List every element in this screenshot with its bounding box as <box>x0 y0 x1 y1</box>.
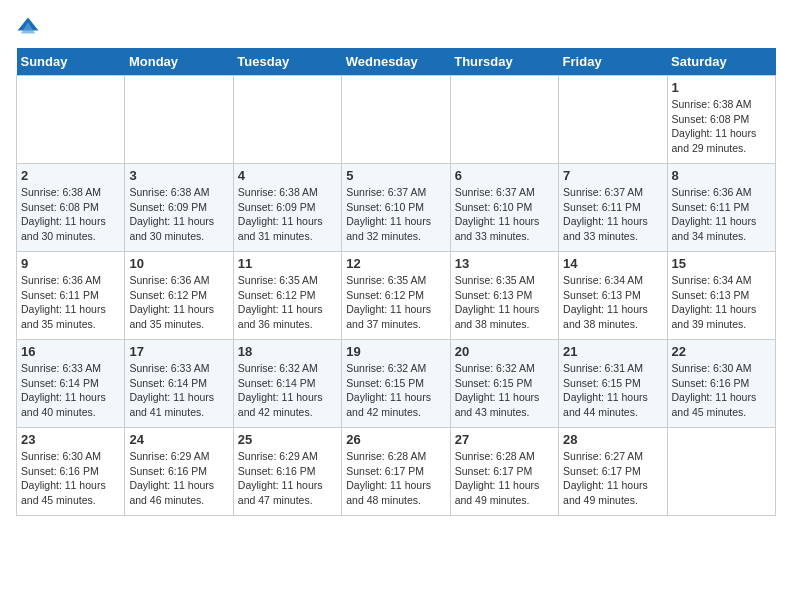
calendar-cell: 2Sunrise: 6:38 AM Sunset: 6:08 PM Daylig… <box>17 164 125 252</box>
calendar-cell: 21Sunrise: 6:31 AM Sunset: 6:15 PM Dayli… <box>559 340 667 428</box>
day-info: Sunrise: 6:30 AM Sunset: 6:16 PM Dayligh… <box>21 449 120 508</box>
header-cell-sunday: Sunday <box>17 48 125 76</box>
calendar-cell: 22Sunrise: 6:30 AM Sunset: 6:16 PM Dayli… <box>667 340 775 428</box>
header-cell-saturday: Saturday <box>667 48 775 76</box>
calendar-cell: 20Sunrise: 6:32 AM Sunset: 6:15 PM Dayli… <box>450 340 558 428</box>
day-number: 25 <box>238 432 337 447</box>
calendar-cell: 23Sunrise: 6:30 AM Sunset: 6:16 PM Dayli… <box>17 428 125 516</box>
day-info: Sunrise: 6:35 AM Sunset: 6:12 PM Dayligh… <box>346 273 445 332</box>
header-cell-wednesday: Wednesday <box>342 48 450 76</box>
header-cell-friday: Friday <box>559 48 667 76</box>
day-number: 12 <box>346 256 445 271</box>
calendar-cell: 1Sunrise: 6:38 AM Sunset: 6:08 PM Daylig… <box>667 76 775 164</box>
calendar-cell <box>667 428 775 516</box>
calendar-header: SundayMondayTuesdayWednesdayThursdayFrid… <box>17 48 776 76</box>
day-number: 15 <box>672 256 771 271</box>
calendar-cell: 7Sunrise: 6:37 AM Sunset: 6:11 PM Daylig… <box>559 164 667 252</box>
calendar-cell: 15Sunrise: 6:34 AM Sunset: 6:13 PM Dayli… <box>667 252 775 340</box>
calendar-cell <box>233 76 341 164</box>
day-info: Sunrise: 6:33 AM Sunset: 6:14 PM Dayligh… <box>129 361 228 420</box>
day-number: 4 <box>238 168 337 183</box>
day-info: Sunrise: 6:37 AM Sunset: 6:11 PM Dayligh… <box>563 185 662 244</box>
day-info: Sunrise: 6:31 AM Sunset: 6:15 PM Dayligh… <box>563 361 662 420</box>
calendar-cell <box>342 76 450 164</box>
day-number: 14 <box>563 256 662 271</box>
day-number: 11 <box>238 256 337 271</box>
logo <box>16 16 42 40</box>
calendar-cell: 18Sunrise: 6:32 AM Sunset: 6:14 PM Dayli… <box>233 340 341 428</box>
day-number: 10 <box>129 256 228 271</box>
day-info: Sunrise: 6:38 AM Sunset: 6:09 PM Dayligh… <box>129 185 228 244</box>
day-info: Sunrise: 6:27 AM Sunset: 6:17 PM Dayligh… <box>563 449 662 508</box>
day-info: Sunrise: 6:36 AM Sunset: 6:12 PM Dayligh… <box>129 273 228 332</box>
calendar-cell: 14Sunrise: 6:34 AM Sunset: 6:13 PM Dayli… <box>559 252 667 340</box>
calendar-cell: 26Sunrise: 6:28 AM Sunset: 6:17 PM Dayli… <box>342 428 450 516</box>
calendar-cell: 28Sunrise: 6:27 AM Sunset: 6:17 PM Dayli… <box>559 428 667 516</box>
day-number: 27 <box>455 432 554 447</box>
day-number: 6 <box>455 168 554 183</box>
calendar-cell: 16Sunrise: 6:33 AM Sunset: 6:14 PM Dayli… <box>17 340 125 428</box>
day-number: 9 <box>21 256 120 271</box>
day-info: Sunrise: 6:38 AM Sunset: 6:08 PM Dayligh… <box>672 97 771 156</box>
day-info: Sunrise: 6:32 AM Sunset: 6:15 PM Dayligh… <box>346 361 445 420</box>
logo-icon <box>16 16 40 40</box>
calendar-week-1: 2Sunrise: 6:38 AM Sunset: 6:08 PM Daylig… <box>17 164 776 252</box>
calendar-cell: 27Sunrise: 6:28 AM Sunset: 6:17 PM Dayli… <box>450 428 558 516</box>
header-cell-tuesday: Tuesday <box>233 48 341 76</box>
header-row: SundayMondayTuesdayWednesdayThursdayFrid… <box>17 48 776 76</box>
calendar-cell: 19Sunrise: 6:32 AM Sunset: 6:15 PM Dayli… <box>342 340 450 428</box>
day-info: Sunrise: 6:36 AM Sunset: 6:11 PM Dayligh… <box>21 273 120 332</box>
calendar-cell: 24Sunrise: 6:29 AM Sunset: 6:16 PM Dayli… <box>125 428 233 516</box>
day-number: 2 <box>21 168 120 183</box>
calendar-week-3: 16Sunrise: 6:33 AM Sunset: 6:14 PM Dayli… <box>17 340 776 428</box>
day-number: 26 <box>346 432 445 447</box>
day-info: Sunrise: 6:38 AM Sunset: 6:09 PM Dayligh… <box>238 185 337 244</box>
calendar-cell: 25Sunrise: 6:29 AM Sunset: 6:16 PM Dayli… <box>233 428 341 516</box>
day-info: Sunrise: 6:29 AM Sunset: 6:16 PM Dayligh… <box>238 449 337 508</box>
calendar-cell <box>125 76 233 164</box>
day-number: 20 <box>455 344 554 359</box>
day-info: Sunrise: 6:33 AM Sunset: 6:14 PM Dayligh… <box>21 361 120 420</box>
day-number: 24 <box>129 432 228 447</box>
day-number: 19 <box>346 344 445 359</box>
calendar-week-2: 9Sunrise: 6:36 AM Sunset: 6:11 PM Daylig… <box>17 252 776 340</box>
day-info: Sunrise: 6:30 AM Sunset: 6:16 PM Dayligh… <box>672 361 771 420</box>
calendar-cell: 4Sunrise: 6:38 AM Sunset: 6:09 PM Daylig… <box>233 164 341 252</box>
calendar-cell: 12Sunrise: 6:35 AM Sunset: 6:12 PM Dayli… <box>342 252 450 340</box>
calendar-table: SundayMondayTuesdayWednesdayThursdayFrid… <box>16 48 776 516</box>
calendar-cell <box>450 76 558 164</box>
day-info: Sunrise: 6:32 AM Sunset: 6:15 PM Dayligh… <box>455 361 554 420</box>
day-number: 5 <box>346 168 445 183</box>
calendar-cell: 11Sunrise: 6:35 AM Sunset: 6:12 PM Dayli… <box>233 252 341 340</box>
day-number: 13 <box>455 256 554 271</box>
day-info: Sunrise: 6:37 AM Sunset: 6:10 PM Dayligh… <box>455 185 554 244</box>
day-number: 22 <box>672 344 771 359</box>
day-info: Sunrise: 6:35 AM Sunset: 6:13 PM Dayligh… <box>455 273 554 332</box>
day-info: Sunrise: 6:34 AM Sunset: 6:13 PM Dayligh… <box>563 273 662 332</box>
day-number: 28 <box>563 432 662 447</box>
calendar-cell: 6Sunrise: 6:37 AM Sunset: 6:10 PM Daylig… <box>450 164 558 252</box>
day-number: 21 <box>563 344 662 359</box>
calendar-cell: 5Sunrise: 6:37 AM Sunset: 6:10 PM Daylig… <box>342 164 450 252</box>
calendar-cell <box>17 76 125 164</box>
day-number: 3 <box>129 168 228 183</box>
calendar-cell: 3Sunrise: 6:38 AM Sunset: 6:09 PM Daylig… <box>125 164 233 252</box>
day-info: Sunrise: 6:37 AM Sunset: 6:10 PM Dayligh… <box>346 185 445 244</box>
day-number: 1 <box>672 80 771 95</box>
day-number: 17 <box>129 344 228 359</box>
calendar-body: 1Sunrise: 6:38 AM Sunset: 6:08 PM Daylig… <box>17 76 776 516</box>
calendar-week-0: 1Sunrise: 6:38 AM Sunset: 6:08 PM Daylig… <box>17 76 776 164</box>
calendar-cell: 17Sunrise: 6:33 AM Sunset: 6:14 PM Dayli… <box>125 340 233 428</box>
calendar-cell: 8Sunrise: 6:36 AM Sunset: 6:11 PM Daylig… <box>667 164 775 252</box>
day-number: 23 <box>21 432 120 447</box>
day-info: Sunrise: 6:35 AM Sunset: 6:12 PM Dayligh… <box>238 273 337 332</box>
day-number: 18 <box>238 344 337 359</box>
calendar-cell <box>559 76 667 164</box>
day-info: Sunrise: 6:38 AM Sunset: 6:08 PM Dayligh… <box>21 185 120 244</box>
day-number: 16 <box>21 344 120 359</box>
day-info: Sunrise: 6:29 AM Sunset: 6:16 PM Dayligh… <box>129 449 228 508</box>
day-info: Sunrise: 6:36 AM Sunset: 6:11 PM Dayligh… <box>672 185 771 244</box>
day-number: 8 <box>672 168 771 183</box>
day-info: Sunrise: 6:32 AM Sunset: 6:14 PM Dayligh… <box>238 361 337 420</box>
calendar-cell: 9Sunrise: 6:36 AM Sunset: 6:11 PM Daylig… <box>17 252 125 340</box>
